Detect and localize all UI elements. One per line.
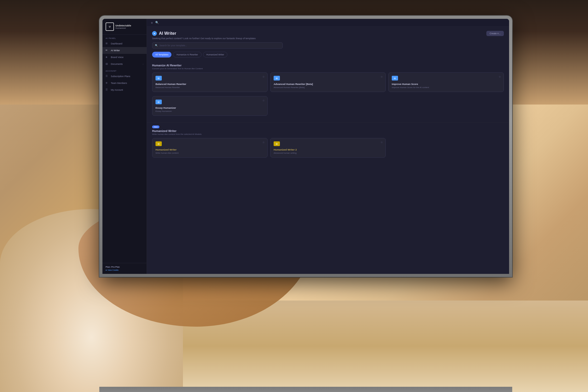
hw2-card-title: Humanized Writer 2	[274, 148, 382, 151]
sidebar-item-team[interactable]: ⊕ Team Members	[102, 80, 147, 87]
create-button[interactable]: Create A...	[486, 31, 504, 36]
search-placeholder: Search for your template...	[159, 44, 187, 47]
my-account-icon: ☰	[106, 88, 109, 91]
hw2-card-icon: ▤	[274, 141, 280, 146]
card-hw1[interactable]: ▤ ☆ Humanized Writer Write human-like co…	[152, 138, 268, 158]
humanize-ai-subtitle: Convert your AI Generated Text to Human-…	[152, 67, 504, 70]
sidebar-item-dashboard[interactable]: ⊞ Dashboard	[102, 40, 147, 47]
hw2-card-desc: Advanced human writing	[274, 152, 382, 154]
plan-area: Plan: Pro Plan ● View Credits	[102, 263, 147, 274]
balanced-card-title: Balanced Human Rewriter	[155, 83, 264, 85]
documents-icon: ▤	[106, 62, 109, 66]
plan-name: Plan: Pro Plan	[106, 266, 143, 268]
essay-card-icon: ▤	[155, 100, 162, 104]
improve-card-title: Improve Human Score	[392, 83, 500, 85]
sidebar-item-my-account-label: My Account	[111, 89, 123, 91]
ai-writer-icon: ✏	[106, 49, 109, 52]
logo-area: U Undetectable Humanizer	[102, 19, 147, 35]
credits-text: View Credits	[108, 269, 119, 271]
balanced-card-desc: Balanced Human Rewriter	[155, 86, 264, 89]
logo-main-text: Undetectable	[116, 24, 131, 27]
page-title: AI Writer	[159, 31, 176, 36]
main-content: ≡ 🔍 ✦ AI Writer Create A... Seeking that…	[147, 19, 509, 274]
search-bar-icon: 🔍	[155, 44, 158, 47]
sidebar-item-brand-voice-label: Brand Voice	[111, 56, 124, 59]
top-bar-icons: ≡ 🔍	[151, 21, 159, 24]
sidebar-item-team-label: Team Members	[111, 82, 127, 84]
view-credits-link[interactable]: ● View Credits	[106, 269, 143, 271]
page-title-icon: ✦	[152, 31, 157, 36]
card-balanced[interactable]: ▤ ☆ Balanced Human Rewriter Balanced Hum…	[152, 72, 268, 92]
sidebar-item-subscription-label: Subscription Plans	[111, 75, 130, 78]
page-header: ✦ AI Writer Create A... Seeking that per…	[147, 27, 509, 64]
sidebar-item-ai-writer-label: AI Writer	[111, 49, 120, 52]
sidebar-item-brand-voice[interactable]: ◈ Brand Voice	[102, 54, 147, 61]
documents-arrow: ›	[143, 63, 143, 65]
logo-box: U	[106, 22, 114, 31]
filter-tab-all[interactable]: All Templates	[152, 52, 171, 57]
laptop-body: U Undetectable Humanizer AI PANEL ⊞ Dash…	[99, 16, 512, 277]
search-bar[interactable]: 🔍 Search for your template...	[152, 42, 283, 49]
humanized-writer-subtitle: Write human-like content from the select…	[152, 133, 504, 135]
balanced-star[interactable]: ☆	[262, 75, 265, 78]
brand-voice-icon: ◈	[106, 56, 109, 59]
humanized-writer-cards-grid: ▤ ☆ Humanized Writer Write human-like co…	[152, 138, 504, 158]
screen-bezel: U Undetectable Humanizer AI PANEL ⊞ Dash…	[102, 19, 509, 274]
sidebar: U Undetectable Humanizer AI PANEL ⊞ Dash…	[102, 19, 147, 274]
logo-icon: U	[109, 25, 111, 28]
sidebar-item-dashboard-label: Dashboard	[111, 42, 122, 45]
advanced-card-icon: ▤	[274, 76, 280, 80]
essay-card-title: Essay Humanizer	[155, 106, 264, 109]
humanize-ai-section: Humanize AI Rewriter Convert your AI Gen…	[147, 64, 509, 123]
humanized-writer-title: Humanized Writer	[152, 129, 504, 132]
humanized-writer-header: New	[152, 125, 504, 128]
ai-panel-label: AI PANEL	[102, 35, 147, 40]
essay-card-desc: Essay Humanizer	[155, 110, 264, 112]
page-title-row: ✦ AI Writer Create A...	[152, 31, 504, 36]
laptop-bottom	[99, 387, 512, 392]
advanced-card-title: Advanced Human Rewriter [Beta]	[274, 83, 382, 85]
filter-tab-humanize[interactable]: Humanize AI Rewriter	[173, 52, 201, 57]
essay-cards-grid: ▤ ☆ Essay Humanizer Essay Humanizer	[152, 96, 504, 116]
section-divider	[147, 123, 509, 123]
card-hw2[interactable]: ▤ ☆ Humanized Writer 2 Advanced human wr…	[270, 138, 386, 158]
card-improve[interactable]: ▤ ☆ Improve Human Score Improve Human Sc…	[388, 72, 504, 92]
improve-card-icon: ▤	[392, 76, 398, 80]
sidebar-item-ai-writer[interactable]: ✏ AI Writer	[102, 47, 147, 54]
logo-text-area: Undetectable Humanizer	[116, 24, 131, 29]
humanized-writer-section: New Humanized Writer Write human-like co…	[147, 125, 509, 158]
page-subtitle: Seeking that perfect content? Look no fu…	[152, 37, 504, 40]
new-badge: New	[152, 125, 159, 128]
balanced-card-icon: ▤	[155, 76, 162, 80]
card-essay[interactable]: ▤ ☆ Essay Humanizer Essay Humanizer	[152, 96, 268, 116]
advanced-star[interactable]: ☆	[381, 75, 383, 78]
screen-content: U Undetectable Humanizer AI PANEL ⊞ Dash…	[102, 19, 509, 274]
card-advanced[interactable]: ▤ ☆ Advanced Human Rewriter [Beta] Advan…	[270, 72, 386, 92]
filter-tab-humanized-writer[interactable]: Humanized Writer	[203, 52, 228, 57]
team-icon: ⊕	[106, 82, 109, 85]
subscription-icon: ☰	[106, 75, 109, 78]
hw1-card-icon: ▤	[155, 141, 162, 146]
humanize-ai-title: Humanize AI Rewriter	[152, 64, 504, 67]
advanced-card-desc: Advanced Human Rewriter [Beta]	[274, 86, 382, 89]
account-label: ACCOUNT	[102, 67, 147, 73]
sidebar-item-documents[interactable]: ▤ Documents ›	[102, 61, 147, 67]
sidebar-item-my-account[interactable]: ☰ My Account	[102, 87, 147, 93]
hw1-card-desc: Write human-like content	[155, 152, 264, 154]
credits-dot: ●	[106, 269, 107, 271]
hw2-star[interactable]: ☆	[381, 141, 383, 144]
search-top-icon[interactable]: 🔍	[155, 21, 159, 24]
dashboard-icon: ⊞	[106, 42, 109, 45]
filter-tabs: All Templates Humanize AI Rewriter Human…	[152, 52, 504, 57]
hw1-star[interactable]: ☆	[262, 141, 265, 144]
sidebar-item-subscription[interactable]: ☰ Subscription Plans	[102, 73, 147, 80]
improve-star[interactable]: ☆	[499, 75, 501, 78]
improve-card-desc: Improve Human Score for the AI content	[392, 86, 500, 89]
humanize-cards-grid: ▤ ☆ Balanced Human Rewriter Balanced Hum…	[152, 72, 504, 92]
sidebar-item-documents-label: Documents	[111, 63, 123, 65]
logo-sub-text: Humanizer	[116, 27, 131, 29]
hw1-card-title: Humanized Writer	[155, 148, 264, 151]
essay-star[interactable]: ☆	[262, 99, 265, 102]
title-icon-symbol: ✦	[153, 32, 155, 35]
hamburger-icon[interactable]: ≡	[151, 21, 153, 24]
